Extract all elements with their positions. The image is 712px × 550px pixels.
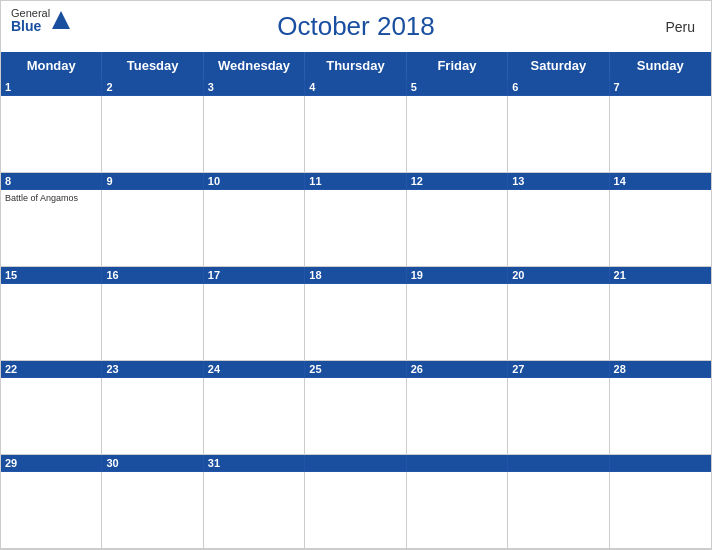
week-4-day-7-num[interactable]: 28 [610,361,711,377]
logo-triangle-icon [52,11,70,29]
day-monday: Monday [1,52,102,79]
weeks-container: 1234567891011121314Battle of Angamos1516… [1,79,711,549]
week-3-day-1-num[interactable]: 15 [1,267,102,283]
day-sunday: Sunday [610,52,711,79]
week-5: 293031 [1,455,711,549]
calendar-container: General Blue October 2018 Peru Monday Tu… [0,0,712,550]
logo-blue-text: Blue [11,19,50,34]
week-4-day-6-content [508,378,609,454]
week-2-day-7-content [610,190,711,266]
week-2-day-3-num[interactable]: 10 [204,173,305,189]
week-2-content-row: Battle of Angamos [1,190,711,267]
week-5-day-2-content [102,472,203,548]
week-4-day-3-content [204,378,305,454]
week-2-day-3-content [204,190,305,266]
week-3-day-7-num[interactable]: 21 [610,267,711,283]
week-3-day-4-content [305,284,406,360]
week-1-day-7-content [610,96,711,172]
week-4-day-2-content [102,378,203,454]
week-3-day-3-num[interactable]: 17 [204,267,305,283]
days-header: Monday Tuesday Wednesday Thursday Friday… [1,52,711,79]
week-1-day-6-content [508,96,609,172]
week-5-day-1-content [1,472,102,548]
day-friday: Friday [407,52,508,79]
week-4-day-5-content [407,378,508,454]
week-5-content-row [1,472,711,549]
week-2-day-6-content [508,190,609,266]
week-1-day-2-num[interactable]: 2 [102,79,203,95]
logo-text: General Blue [11,7,50,34]
week-2-day-1-content: Battle of Angamos [1,190,102,266]
week-1-day-4-num[interactable]: 4 [305,79,406,95]
week-1-num-row: 1234567 [1,79,711,96]
week-3-day-2-content [102,284,203,360]
week-3-content-row [1,284,711,361]
week-4-day-1-content [1,378,102,454]
week-3-day-2-num[interactable]: 16 [102,267,203,283]
week-4-day-3-num[interactable]: 24 [204,361,305,377]
week-2-day-6-num[interactable]: 13 [508,173,609,189]
week-2-day-5-num[interactable]: 12 [407,173,508,189]
week-1-day-5-num[interactable]: 5 [407,79,508,95]
week-1-day-3-content [204,96,305,172]
week-5-day-3-content [204,472,305,548]
week-4-day-1-num[interactable]: 22 [1,361,102,377]
week-3-day-5-num[interactable]: 19 [407,267,508,283]
event-label: Battle of Angamos [5,193,78,203]
week-3-day-7-content [610,284,711,360]
week-5-num-row: 293031 [1,455,711,472]
day-thursday: Thursday [305,52,406,79]
week-1-day-5-content [407,96,508,172]
week-4-day-4-num[interactable]: 25 [305,361,406,377]
week-5-day-6-num[interactable] [508,455,609,471]
week-2-day-1-num[interactable]: 8 [1,173,102,189]
week-4-day-5-num[interactable]: 26 [407,361,508,377]
week-2-num-row: 891011121314 [1,173,711,190]
calendar-header: General Blue October 2018 Peru [1,1,711,52]
week-3: 15161718192021 [1,267,711,361]
week-2-day-5-content [407,190,508,266]
country-label: Peru [665,19,695,35]
week-5-day-2-num[interactable]: 30 [102,455,203,471]
day-saturday: Saturday [508,52,609,79]
week-1-day-6-num[interactable]: 6 [508,79,609,95]
logo: General Blue [11,7,70,34]
week-2-day-2-num[interactable]: 9 [102,173,203,189]
week-1-content-row [1,96,711,173]
calendar-title: October 2018 [277,11,435,42]
week-3-day-3-content [204,284,305,360]
week-5-day-5-content [407,472,508,548]
week-2-day-4-content [305,190,406,266]
week-5-day-4-content [305,472,406,548]
week-1-day-2-content [102,96,203,172]
week-3-day-4-num[interactable]: 18 [305,267,406,283]
week-5-day-4-num[interactable] [305,455,406,471]
week-4: 22232425262728 [1,361,711,455]
week-3-day-1-content [1,284,102,360]
week-1: 1234567 [1,79,711,173]
week-2: 891011121314Battle of Angamos [1,173,711,267]
week-2-day-4-num[interactable]: 11 [305,173,406,189]
day-tuesday: Tuesday [102,52,203,79]
week-2-day-7-num[interactable]: 14 [610,173,711,189]
week-1-day-3-num[interactable]: 3 [204,79,305,95]
week-3-day-5-content [407,284,508,360]
week-3-day-6-content [508,284,609,360]
week-1-day-7-num[interactable]: 7 [610,79,711,95]
week-5-day-3-num[interactable]: 31 [204,455,305,471]
week-5-day-1-num[interactable]: 29 [1,455,102,471]
week-4-day-6-num[interactable]: 27 [508,361,609,377]
week-4-day-7-content [610,378,711,454]
day-wednesday: Wednesday [204,52,305,79]
week-1-day-4-content [305,96,406,172]
week-5-day-6-content [508,472,609,548]
week-1-day-1-num[interactable]: 1 [1,79,102,95]
week-5-day-5-num[interactable] [407,455,508,471]
week-4-num-row: 22232425262728 [1,361,711,378]
week-5-day-7-content [610,472,711,548]
week-5-day-7-num[interactable] [610,455,711,471]
week-3-day-6-num[interactable]: 20 [508,267,609,283]
week-4-content-row [1,378,711,455]
week-1-day-1-content [1,96,102,172]
week-4-day-2-num[interactable]: 23 [102,361,203,377]
